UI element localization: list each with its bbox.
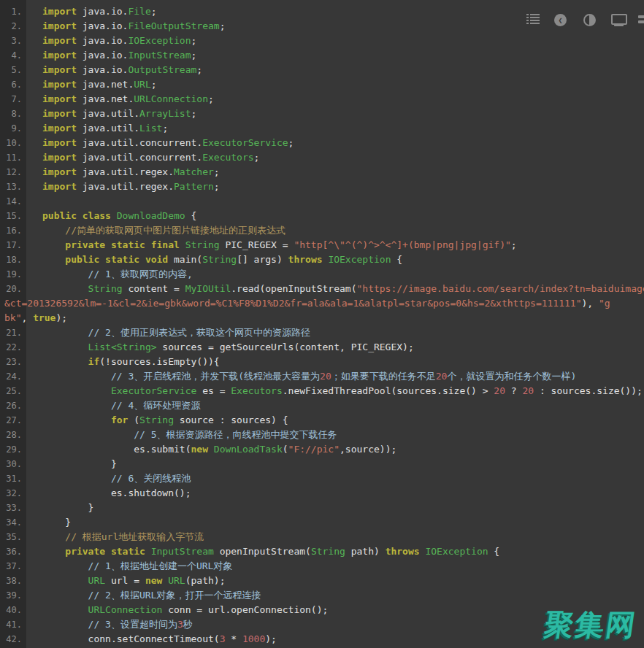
code-token: DownLoadTask [214, 444, 283, 455]
code-line: 17. private static final String PIC_REGE… [0, 238, 644, 252]
code-token: 20 [522, 385, 534, 396]
code-token: // 根据url地址获取输入字节流 [42, 531, 204, 542]
code-line: 21. // 2、使用正则表达式，获取这个网页中的资源路径 [0, 325, 644, 340]
code-line: 8.import java.util.ArrayList; [0, 107, 644, 121]
code-line: 5.import java.io.OutputStream; [0, 63, 644, 77]
code-token: "https://image.baidu.com/search/index?tn… [356, 283, 644, 294]
code-token: String [202, 254, 237, 265]
code-token: import [42, 181, 77, 192]
code-line: 15.public class DownloadDemo { [0, 209, 644, 223]
code-token: 1000 [242, 633, 265, 644]
code-token: // 2、根据URL对象，打开一个远程连接 [42, 590, 261, 601]
code-line: 13.import java.util.regex.Pattern; [0, 180, 644, 194]
line-number: 21. [0, 325, 22, 340]
code-token: new [191, 444, 208, 455]
code-token: InputStream [151, 546, 214, 557]
code-token: ; [151, 79, 157, 90]
code-token: ), [582, 298, 599, 309]
code-token: URLConnection [42, 604, 162, 615]
code-token: &ct=201326592&lm=-1&cl=2&ie=gbk&word=%C1… [4, 298, 582, 309]
code-token: java.util.regex. [77, 166, 174, 177]
code-token: } [42, 502, 93, 513]
line-number: 28. [0, 428, 22, 442]
line-number: 10. [0, 136, 22, 150]
code-token: java.io. [77, 64, 128, 75]
code-token: URL [42, 575, 105, 586]
code-token: } [42, 458, 117, 469]
code-token: // 3、设置超时间为 [42, 619, 177, 630]
code-token: , [21, 312, 33, 323]
code-token: throws [288, 254, 323, 265]
line-number: 30. [0, 457, 22, 471]
toolbar: ❮ [0, 0, 644, 35]
code-token: ; [191, 50, 197, 61]
code-token: IOException [128, 35, 191, 46]
code-token: throws [386, 546, 420, 557]
code-line: 11.import java.util.concurrent.Executors… [0, 150, 644, 165]
code-line: 31. // 6、关闭线程池 [0, 471, 644, 486]
code-token: url = [105, 575, 145, 586]
code-token: ); [265, 633, 277, 644]
line-number: 22. [0, 340, 22, 355]
code-token: ; [214, 181, 220, 192]
code-token: (!sources.isEmpty()){ [99, 356, 219, 367]
line-number: 12. [0, 165, 22, 180]
clipped-edge-icon[interactable] [638, 14, 644, 25]
code-token: [] args) [237, 254, 288, 265]
code-token: source : sources) { [174, 414, 288, 425]
code-line: 16. //简单的获取网页中图片图片链接地址的正则表达式 [0, 223, 644, 238]
code-line: 6.import java.net.URL; [0, 77, 644, 92]
code-token: DownloadDemo [117, 210, 185, 221]
line-number: 32. [0, 486, 22, 501]
code-line: 25. ExecutorService es = Executors.newFi… [0, 384, 644, 398]
code-token: "g [599, 298, 610, 309]
code-token: import [42, 50, 77, 61]
code-line: 35. // 根据url地址获取输入字节流 [0, 530, 644, 544]
code-token: ( [283, 444, 288, 455]
code-line: 32. es.shutdown(); [0, 486, 644, 501]
code-token: "http[^\"^(^)^>^<^]+(bmp|png|jpg|gif)" [294, 239, 510, 250]
code-token: java.util. [77, 108, 139, 119]
code-token: 秒 [183, 619, 193, 630]
code-token: { [185, 210, 197, 221]
code-token: * [225, 633, 242, 644]
code-token: es = [196, 385, 231, 396]
line-number: 20. [0, 282, 22, 296]
code-line: 39. // 2、根据URL对象，打开一个远程连接 [0, 588, 644, 603]
code-line: 14. [0, 194, 644, 209]
line-number: 39. [0, 588, 22, 603]
code-token: OutputStream [128, 64, 196, 75]
line-number: 29. [0, 442, 22, 457]
line-number: 8. [0, 107, 22, 121]
monitor-icon[interactable] [611, 14, 627, 26]
code-token: import [42, 93, 77, 104]
code-token: for [42, 414, 128, 425]
back-circle-icon[interactable]: ❮ [554, 14, 567, 26]
code-token: // 4、循环处理资源 [42, 400, 200, 411]
code-token: java.io. [77, 35, 128, 46]
code-token: // 1、根据地址创建一个URL对象 [42, 560, 232, 571]
code-token: .newFixedThreadPool(sources.size() > [283, 385, 494, 396]
code-token: { [488, 546, 500, 557]
code-token: ); [55, 312, 67, 323]
code-token: InputStream [128, 50, 191, 61]
code-token: bk" [4, 312, 21, 323]
code-token: Executors [231, 385, 282, 396]
code-token: String [42, 283, 123, 294]
contrast-icon[interactable] [583, 14, 596, 26]
code-token: true [33, 312, 55, 323]
code-token: IOException [328, 254, 391, 265]
code-token: ArrayList [139, 108, 191, 119]
code-token: ; [288, 137, 294, 148]
code-line: 28. // 5、根据资源路径，向线程池中提交下载任务 [0, 428, 644, 442]
code-token: String [311, 546, 345, 557]
code-token: ( [128, 414, 139, 425]
code-area: 1.import java.io.File;2.import java.io.F… [0, 4, 644, 647]
code-token: String [139, 414, 174, 425]
code-token: ExecutorService [202, 137, 288, 148]
line-number: 27. [0, 413, 22, 428]
code-token: es.submit( [42, 444, 191, 455]
list-icon[interactable] [526, 14, 540, 25]
code-token: "F://pic" [288, 444, 340, 455]
code-token: import [42, 166, 77, 177]
